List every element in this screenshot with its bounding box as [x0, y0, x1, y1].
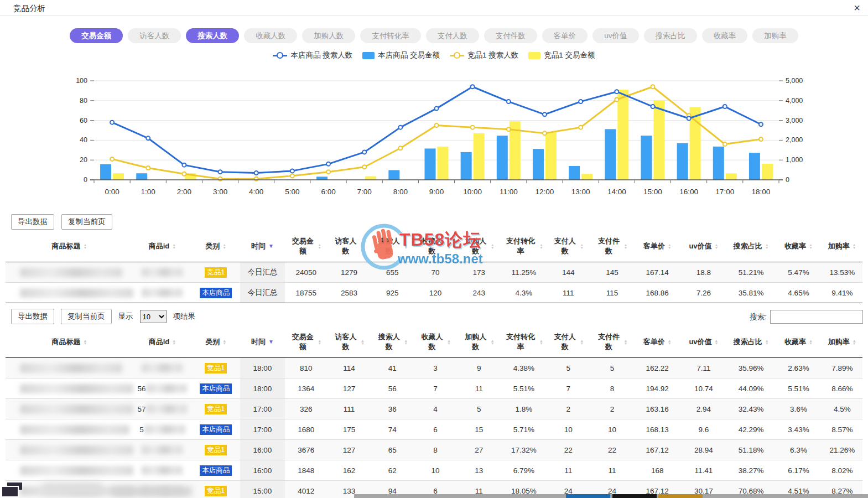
metric-tab[interactable]: uv价值 [592, 28, 638, 43]
sort-icon[interactable]: ▲▼ [447, 243, 451, 249]
time-cell: 18:00 [240, 378, 284, 399]
column-header[interactable]: 时间▼ [240, 231, 284, 262]
sort-icon[interactable]: ▼ [268, 339, 274, 345]
legend-item[interactable]: 竞品1 交易金额 [528, 50, 595, 60]
column-header[interactable]: uv价值▲▼ [680, 231, 727, 262]
sort-icon[interactable]: ▲▼ [404, 243, 408, 249]
sort-icon[interactable]: ▲▼ [361, 243, 365, 249]
column-header[interactable]: 支付人数▲▼ [547, 231, 590, 262]
column-header[interactable]: 加购率▲▼ [822, 326, 862, 358]
sort-icon[interactable]: ▲▼ [623, 243, 627, 249]
column-header[interactable]: 收藏率▲▼ [775, 231, 822, 262]
column-header[interactable]: 搜索人数▲▼ [371, 326, 414, 358]
search-input[interactable] [770, 310, 863, 324]
column-header[interactable]: 访客人数▲▼ [328, 326, 371, 358]
column-header[interactable]: uv价值▲▼ [680, 326, 727, 358]
svg-text:9:00: 9:00 [429, 188, 444, 196]
sort-icon[interactable]: ▲▼ [853, 243, 856, 249]
metric-tab[interactable]: 交易金额 [70, 28, 123, 43]
sort-icon[interactable]: ▲▼ [580, 243, 584, 249]
sort-icon[interactable]: ▲▼ [623, 339, 627, 345]
legend-item[interactable]: 竞品1 搜索人数 [450, 50, 518, 60]
column-header[interactable]: 类别▲▼ [191, 326, 240, 358]
sort-icon[interactable]: ▲▼ [715, 243, 719, 249]
sort-icon[interactable]: ▲▼ [668, 339, 672, 345]
sort-icon[interactable]: ▲▼ [809, 243, 813, 249]
metric-tab[interactable]: 加购率 [752, 28, 798, 43]
metric-tab[interactable]: 支付件数 [484, 28, 537, 43]
column-header[interactable]: 客单价▲▼ [635, 231, 680, 262]
sort-icon[interactable]: ▲▼ [172, 243, 176, 249]
export-data-button[interactable]: 导出数据 [11, 214, 54, 230]
legend-item[interactable]: 本店商品 搜索人数 [273, 50, 352, 60]
sort-icon[interactable]: ▲▼ [765, 339, 769, 345]
column-header[interactable]: 搜索占比▲▼ [727, 231, 775, 262]
column-header[interactable]: 类别▲▼ [191, 231, 240, 262]
column-header[interactable]: 商品id▲▼ [133, 326, 191, 358]
column-header[interactable]: 支付转化率▲▼ [501, 326, 547, 358]
metric-tab[interactable]: 收藏率 [702, 28, 748, 43]
column-header[interactable]: 收藏人数▲▼ [414, 326, 456, 358]
column-header[interactable]: 支付转化率▲▼ [501, 231, 547, 262]
copy-page-button[interactable]: 复制当前页 [61, 309, 112, 324]
metric-tab[interactable]: 收藏人数 [244, 28, 297, 43]
column-header[interactable]: 搜索人数▲▼ [371, 231, 414, 262]
window-restore-icon[interactable] [1, 483, 24, 497]
sort-icon[interactable]: ▲▼ [539, 243, 543, 249]
sort-icon[interactable]: ▲▼ [809, 339, 813, 345]
column-header[interactable]: 加购人数▲▼ [457, 326, 501, 358]
column-header[interactable]: 支付件数▲▼ [590, 231, 634, 262]
column-header[interactable]: 加购率▲▼ [822, 231, 862, 262]
column-header[interactable]: 收藏率▲▼ [775, 326, 822, 358]
sort-icon[interactable]: ▲▼ [491, 339, 495, 345]
sort-icon[interactable]: ▲▼ [318, 243, 321, 249]
copy-page-button[interactable]: 复制当前页 [61, 214, 112, 230]
column-header[interactable]: 时间▼ [240, 326, 284, 358]
svg-text:0:00: 0:00 [105, 188, 119, 196]
metric-tab[interactable]: 支付转化率 [360, 28, 421, 43]
legend-item[interactable]: 本店商品 交易金额 [362, 50, 440, 60]
column-header[interactable]: 搜索占比▲▼ [727, 326, 775, 358]
column-header[interactable]: 访客人数▲▼ [328, 231, 371, 262]
column-header[interactable]: 交易金额▲▼ [285, 326, 328, 358]
sort-icon[interactable]: ▲▼ [83, 339, 87, 345]
column-header[interactable]: 交易金额▲▼ [285, 231, 328, 262]
metric-tab[interactable]: 搜索人数 [186, 28, 239, 43]
metric-tab[interactable]: 访客人数 [128, 28, 181, 43]
column-header[interactable]: 收藏人数▲▼ [414, 231, 456, 262]
column-header[interactable]: 商品标题▲▼ [6, 231, 133, 262]
sort-icon[interactable]: ▲▼ [715, 339, 719, 345]
sort-icon[interactable]: ▲▼ [765, 243, 769, 249]
sort-icon[interactable]: ▲▼ [361, 339, 365, 345]
sort-icon[interactable]: ▲▼ [853, 339, 856, 345]
sort-icon[interactable]: ▲▼ [447, 339, 451, 345]
page-size-select[interactable]: 10 [140, 310, 167, 323]
sort-icon[interactable]: ▲▼ [668, 243, 672, 249]
value-cell: 7.11 [680, 358, 727, 378]
metric-tab[interactable]: 客单价 [542, 28, 588, 43]
sort-icon[interactable]: ▲▼ [172, 339, 176, 345]
sort-icon[interactable]: ▲▼ [580, 339, 584, 345]
sort-icon[interactable]: ▼ [268, 243, 274, 249]
metric-tab[interactable]: 搜索占比 [644, 28, 697, 43]
close-icon[interactable]: × [854, 1, 860, 14]
sort-icon[interactable]: ▲▼ [222, 339, 226, 345]
sort-icon[interactable]: ▲▼ [83, 243, 87, 249]
column-header[interactable]: 客单价▲▼ [635, 326, 680, 358]
column-header[interactable]: 支付人数▲▼ [547, 326, 590, 358]
metric-tab[interactable]: 支付人数 [426, 28, 479, 43]
column-header[interactable]: 商品标题▲▼ [6, 326, 133, 358]
sort-icon[interactable]: ▲▼ [491, 243, 495, 249]
sort-icon[interactable]: ▲▼ [222, 243, 226, 249]
category-badge: 本店商品 [200, 465, 232, 476]
sort-icon[interactable]: ▲▼ [539, 339, 543, 345]
sort-icon[interactable]: ▲▼ [404, 339, 408, 345]
export-data-button[interactable]: 导出数据 [11, 309, 54, 324]
product-id-cell: 56 [133, 378, 191, 399]
sort-icon[interactable]: ▲▼ [318, 339, 321, 345]
svg-text:16:00: 16:00 [679, 188, 698, 196]
column-header[interactable]: 加购人数▲▼ [457, 231, 501, 262]
column-header[interactable]: 支付件数▲▼ [590, 326, 634, 358]
metric-tab[interactable]: 加购人数 [302, 28, 355, 43]
column-header[interactable]: 商品id▲▼ [133, 231, 191, 262]
